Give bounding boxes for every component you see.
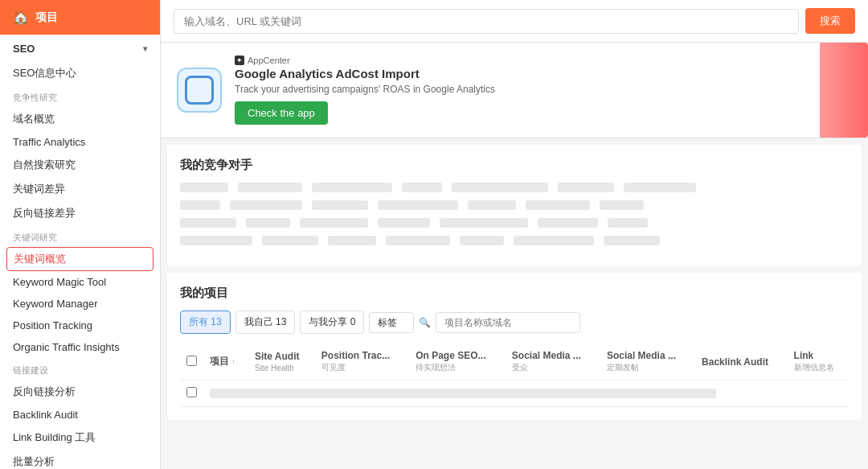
skeleton-row-1 <box>180 183 849 192</box>
project-search-input[interactable] <box>436 312 580 333</box>
sidebar-item-backlink-analysis[interactable]: 反向链接分析 <box>0 380 160 404</box>
project-filters: 所有 13 我自己 13 与我分享 0 标签 🔍 <box>180 311 849 334</box>
sort-icon: ↑ <box>231 357 235 366</box>
app-source: ✦ AppCenter <box>235 56 852 65</box>
sidebar-item-backlink-diff[interactable]: 反向链接差异 <box>0 201 160 225</box>
projects-table: 项目 ↑ Site Audit Site Health Position Tra… <box>180 344 849 407</box>
app-desc: Track your advertising campaigns' ROAS i… <box>235 84 852 95</box>
sidebar-item-domain-overview[interactable]: 域名概览 <box>0 107 160 131</box>
table-header-backlink-audit: Backlink Audit <box>695 344 788 381</box>
skeleton-block <box>312 200 368 210</box>
skeleton-block <box>558 183 614 192</box>
table-header-link: Link 新增信息名 <box>788 344 849 381</box>
skeleton-block <box>230 200 302 210</box>
app-icon <box>177 68 222 113</box>
competitors-section: 我的竞争对手 <box>167 145 862 266</box>
skeleton-block <box>460 236 504 245</box>
skeleton-row-2 <box>180 200 849 210</box>
seo-section-toggle[interactable]: SEO ▾ <box>0 35 160 61</box>
skeleton-block <box>180 218 236 228</box>
table-header-row: 项目 ↑ Site Audit Site Health Position Tra… <box>180 344 849 381</box>
filter-all-button[interactable]: 所有 13 <box>180 311 231 334</box>
skeleton-block <box>386 236 450 245</box>
sidebar-category-link-building: 链接建设 <box>0 358 160 380</box>
skeleton-block <box>440 218 528 228</box>
table-header-position-track: Position Trac... 可见度 <box>315 344 409 381</box>
table-header-project: 项目 ↑ <box>203 344 248 381</box>
row-checkbox[interactable] <box>186 387 197 397</box>
skeleton-block <box>312 183 392 192</box>
table-row <box>180 381 849 407</box>
sidebar-item-keyword-magic[interactable]: Keyword Magic Tool <box>0 271 160 293</box>
sidebar-item-keyword-overview[interactable]: 关键词概览 <box>6 247 154 271</box>
sidebar-header[interactable]: 🏠 项目 <box>0 0 160 35</box>
table-header-on-page-seo: On Page SEO... 待实现想法 <box>409 344 506 381</box>
skeleton-block <box>180 183 228 192</box>
content-area: ✦ AppCenter Google Analytics AdCost Impo… <box>161 43 868 469</box>
skeleton-block <box>262 236 318 245</box>
projects-section: 我的项目 所有 13 我自己 13 与我分享 0 标签 🔍 <box>167 273 862 420</box>
skeleton-block <box>378 218 430 228</box>
app-icon-inner <box>185 76 214 105</box>
table-header-social-media-1: Social Media ... 受众 <box>506 344 600 381</box>
check-app-button[interactable]: Check the app <box>235 101 328 125</box>
sidebar: 🏠 项目 SEO ▾ SEO信息中心 竞争性研究 域名概览 Traffic An… <box>0 0 161 469</box>
sidebar-item-batch-analysis[interactable]: 批量分析 <box>0 450 160 469</box>
appcenter-icon: ✦ <box>235 56 244 65</box>
skeleton-block <box>402 183 442 192</box>
skeleton-block <box>538 218 598 228</box>
sidebar-item-position-tracking[interactable]: Position Tracking <box>0 315 160 336</box>
sidebar-item-link-building[interactable]: Link Building 工具 <box>0 426 160 450</box>
sidebar-item-keyword-diff[interactable]: 关键词差异 <box>0 177 160 201</box>
skeleton-block <box>600 200 644 210</box>
chevron-down-icon: ▾ <box>143 44 147 53</box>
table-header-social-media-2: Social Media ... 定期发帖 <box>600 344 695 381</box>
skeleton-block <box>514 236 594 245</box>
table-header-site-audit: Site Audit Site Health <box>248 344 315 381</box>
skeleton-block <box>246 218 290 228</box>
app-source-label: AppCenter <box>248 56 290 65</box>
search-icon: 🔍 <box>419 317 431 328</box>
seo-section-label: SEO <box>13 43 35 55</box>
skeleton-block <box>378 200 458 210</box>
filter-own-button[interactable]: 我自己 13 <box>235 311 296 334</box>
app-title: Google Analytics AdCost Import <box>235 67 852 80</box>
tags-select[interactable]: 标签 <box>369 312 414 333</box>
sidebar-item-backlink-audit[interactable]: Backlink Audit <box>0 404 160 426</box>
projects-title: 我的项目 <box>180 286 849 301</box>
sidebar-header-label: 项目 <box>35 10 58 25</box>
app-banner-decoration <box>820 43 868 138</box>
filter-shared-button[interactable]: 与我分享 0 <box>300 311 364 334</box>
sidebar-item-natural-search[interactable]: 自然搜索研究 <box>0 153 160 177</box>
skeleton-block <box>468 200 516 210</box>
sidebar-category-competitive: 竞争性研究 <box>0 85 160 107</box>
search-button[interactable]: 搜索 <box>805 8 855 34</box>
sidebar-item-traffic-analytics[interactable]: Traffic Analytics <box>0 131 160 153</box>
skeleton-block <box>238 183 302 192</box>
topbar: 搜索 <box>161 0 868 43</box>
competitors-title: 我的竞争对手 <box>180 158 849 173</box>
skeleton-block <box>604 236 660 245</box>
skeleton-block <box>526 200 590 210</box>
app-banner: ✦ AppCenter Google Analytics AdCost Impo… <box>161 43 868 138</box>
sidebar-item-seo-info[interactable]: SEO信息中心 <box>0 61 160 85</box>
skeleton-block <box>180 236 252 245</box>
skeleton-block <box>624 183 696 192</box>
skeleton-row-3 <box>180 218 849 228</box>
sidebar-item-keyword-manager[interactable]: Keyword Manager <box>0 293 160 315</box>
skeleton-block <box>452 183 548 192</box>
skeleton-block <box>608 218 648 228</box>
app-info: ✦ AppCenter Google Analytics AdCost Impo… <box>235 56 852 125</box>
skeleton-block <box>328 236 376 245</box>
main-area: 搜索 ✦ AppCenter Google Analytics AdCost I… <box>161 0 868 469</box>
select-all-checkbox[interactable] <box>186 356 197 366</box>
table-header-checkbox <box>180 344 203 381</box>
search-input[interactable] <box>174 9 799 34</box>
skeleton-block <box>300 218 368 228</box>
sidebar-item-organic-traffic[interactable]: Organic Traffic Insights <box>0 336 160 358</box>
sidebar-category-keyword-research: 关键词研究 <box>0 225 160 247</box>
skeleton-row-4 <box>180 236 849 245</box>
skeleton-block <box>180 200 220 210</box>
home-icon: 🏠 <box>13 10 29 25</box>
